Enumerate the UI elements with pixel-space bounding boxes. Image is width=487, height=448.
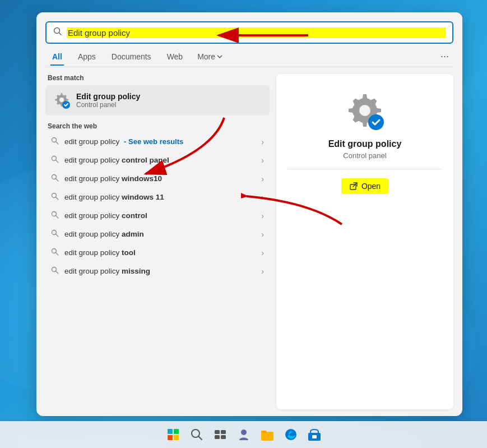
svg-rect-31 bbox=[174, 435, 179, 440]
tabs-row: All Apps Documents Web More ··· bbox=[36, 44, 462, 64]
result-search-icon-4 bbox=[51, 192, 59, 202]
search-icon bbox=[53, 27, 62, 38]
app-icon-large bbox=[345, 91, 385, 131]
result-search-icon-2 bbox=[51, 155, 59, 165]
result-item-3[interactable]: edit group policy windows10 › bbox=[45, 169, 270, 188]
svg-line-17 bbox=[56, 234, 58, 237]
result-text-6: edit group policy admin bbox=[64, 230, 256, 238]
taskbar-teams[interactable] bbox=[234, 424, 254, 445]
result-text-2: edit group policy control panel bbox=[64, 156, 256, 164]
result-search-icon-6 bbox=[51, 229, 59, 239]
content-area: Best match Edit g bbox=[36, 67, 462, 416]
svg-line-9 bbox=[56, 160, 58, 163]
search-popup: All Apps Documents Web More ··· Best mat… bbox=[36, 12, 462, 416]
svg-point-16 bbox=[52, 230, 57, 235]
right-panel-title: Edit group policy bbox=[328, 139, 402, 149]
svg-rect-37 bbox=[221, 435, 226, 439]
result-text-4: edit group policy windows 11 bbox=[64, 193, 256, 201]
svg-rect-29 bbox=[174, 429, 179, 434]
taskbar-edge[interactable] bbox=[281, 424, 301, 445]
tab-apps[interactable]: Apps bbox=[71, 49, 103, 64]
svg-rect-39 bbox=[261, 432, 273, 441]
svg-rect-30 bbox=[168, 435, 173, 440]
result-item-5[interactable]: edit group policy control › bbox=[45, 206, 270, 225]
result-text-1: edit group policy - See web results bbox=[64, 137, 256, 146]
taskbar-explorer[interactable] bbox=[257, 424, 277, 445]
tab-more[interactable]: More bbox=[192, 49, 229, 64]
svg-rect-36 bbox=[215, 435, 220, 439]
result-search-icon-3 bbox=[51, 174, 59, 183]
svg-point-40 bbox=[285, 429, 296, 440]
svg-point-14 bbox=[52, 212, 57, 216]
svg-point-12 bbox=[52, 193, 57, 198]
result-item-8[interactable]: edit group policy missing › bbox=[45, 262, 270, 280]
result-arrow-3: › bbox=[261, 174, 264, 183]
svg-line-7 bbox=[56, 142, 58, 144]
web-search-label: Search the web bbox=[45, 122, 270, 130]
taskbar-taskview[interactable] bbox=[210, 424, 230, 445]
best-match-item[interactable]: Edit group policy Control panel bbox=[45, 85, 270, 116]
taskbar-start[interactable] bbox=[163, 424, 183, 445]
svg-point-10 bbox=[52, 175, 57, 179]
open-button-label: Open bbox=[361, 182, 381, 191]
result-search-icon-1 bbox=[51, 137, 59, 146]
svg-rect-42 bbox=[312, 435, 317, 438]
result-text-7: edit group policy tool bbox=[64, 248, 256, 257]
result-item-4[interactable]: edit group policy windows 11 › bbox=[45, 188, 270, 206]
result-item-7[interactable]: edit group policy tool › bbox=[45, 243, 270, 262]
tab-web[interactable]: Web bbox=[160, 49, 190, 64]
open-button[interactable]: Open bbox=[341, 178, 388, 194]
result-arrow-8: › bbox=[261, 267, 264, 276]
result-arrow-6: › bbox=[261, 230, 264, 239]
right-panel: Edit group policy Control panel Open bbox=[276, 74, 453, 409]
result-arrow-7: › bbox=[261, 248, 264, 257]
svg-line-3 bbox=[59, 33, 62, 35]
svg-line-11 bbox=[56, 179, 58, 181]
result-search-icon-5 bbox=[51, 211, 59, 220]
svg-line-13 bbox=[56, 197, 58, 200]
result-search-icon-7 bbox=[51, 248, 59, 257]
svg-rect-34 bbox=[215, 430, 220, 434]
tab-documents[interactable]: Documents bbox=[105, 49, 158, 64]
best-match-subtitle: Control panel bbox=[76, 101, 140, 109]
result-arrow-4: › bbox=[261, 193, 264, 202]
result-item-2[interactable]: edit group policy control panel › bbox=[45, 151, 270, 169]
result-text-5: edit group policy control bbox=[64, 211, 256, 220]
svg-line-15 bbox=[56, 216, 58, 218]
search-bar-area bbox=[36, 12, 462, 44]
open-external-icon bbox=[349, 182, 358, 191]
svg-line-33 bbox=[198, 437, 202, 440]
result-arrow-5: › bbox=[261, 211, 264, 220]
svg-point-38 bbox=[241, 429, 247, 435]
svg-point-18 bbox=[52, 249, 57, 253]
tab-all[interactable]: All bbox=[45, 49, 69, 64]
result-arrow-2: › bbox=[261, 156, 264, 165]
result-search-icon-8 bbox=[51, 266, 59, 276]
search-input-wrapper[interactable] bbox=[45, 21, 453, 44]
svg-point-8 bbox=[52, 156, 57, 161]
best-match-label: Best match bbox=[45, 74, 270, 82]
svg-point-6 bbox=[52, 138, 57, 142]
svg-rect-35 bbox=[221, 430, 226, 434]
result-item-1[interactable]: edit group policy - See web results › bbox=[45, 132, 270, 151]
app-icon-small bbox=[53, 91, 71, 109]
best-match-text: Edit group policy Control panel bbox=[76, 92, 140, 109]
svg-point-20 bbox=[52, 267, 57, 272]
result-arrow-1: › bbox=[261, 137, 264, 146]
result-text-3: edit group policy windows10 bbox=[64, 174, 256, 183]
taskbar-store[interactable] bbox=[304, 424, 324, 445]
result-text-8: edit group policy missing bbox=[64, 267, 256, 275]
left-panel: Best match Edit g bbox=[45, 74, 270, 409]
svg-line-19 bbox=[56, 253, 58, 255]
taskbar bbox=[0, 421, 487, 448]
svg-rect-28 bbox=[168, 429, 173, 434]
see-web-results: - See web results bbox=[124, 137, 183, 146]
right-panel-subtitle: Control panel bbox=[343, 151, 386, 160]
taskbar-search[interactable] bbox=[187, 424, 207, 445]
result-item-6[interactable]: edit group policy admin › bbox=[45, 225, 270, 243]
svg-point-4 bbox=[59, 98, 64, 102]
search-input[interactable] bbox=[67, 27, 446, 38]
chevron-down-icon bbox=[216, 53, 223, 60]
right-panel-divider bbox=[287, 169, 442, 169]
tabs-more-options[interactable]: ··· bbox=[436, 48, 453, 64]
